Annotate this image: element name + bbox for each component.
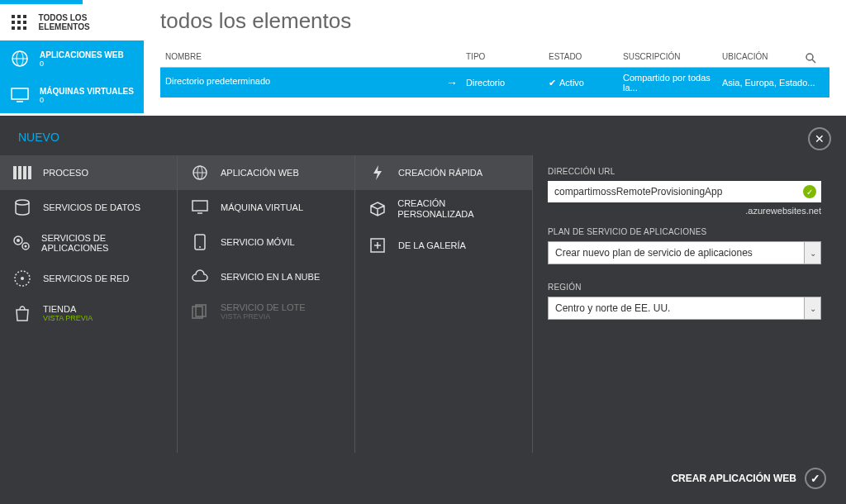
- menu-label: CREACIÓN RÁPIDA: [398, 168, 482, 178]
- svg-point-33: [199, 246, 201, 248]
- svg-rect-18: [23, 166, 26, 179]
- bag-icon: [12, 304, 33, 322]
- menu-label: SERVICIOS DE APLICACIONES: [41, 233, 165, 253]
- table-header: NOMBRE TIPO ESTADO SUSCRIPCIÓN UBICACIÓN: [160, 49, 829, 68]
- svg-rect-0: [12, 15, 15, 18]
- new-modal: NUEVO ✕ PROCESO SERVICIOS DE DATOS SERVI…: [0, 116, 846, 504]
- preview-badge: VISTA PREVIA: [43, 314, 93, 322]
- create-button[interactable]: CREAR APLICACIÓN WEB ✓: [671, 468, 826, 489]
- monitor-icon: [189, 198, 211, 216]
- menu-label: SERVICIO MÓVIL: [221, 237, 295, 247]
- sidebar-item-count: 0: [40, 59, 124, 68]
- menu-label: SERVICIOS DE RED: [43, 273, 129, 283]
- svg-point-22: [17, 239, 20, 242]
- menu-label: MÁQUINA VIRTUAL: [221, 202, 303, 212]
- sidebar-item-all[interactable]: TODOS LOS ELEMENTOS: [0, 4, 144, 40]
- service-column: APLICACIÓN WEB MÁQUINA VIRTUAL SERVICIO …: [178, 155, 355, 453]
- action-column: CREACIÓN RÁPIDA CREACIÓN PERSONALIZADA D…: [355, 155, 533, 453]
- check-circle-icon: ✓: [803, 185, 816, 198]
- col-header-type[interactable]: TIPO: [466, 52, 549, 64]
- category-data[interactable]: SERVICIOS DE DATOS: [0, 190, 177, 225]
- chevron-down-icon[interactable]: ⌄: [805, 241, 821, 264]
- plan-label: PLAN DE SERVICIO DE APLICACIONES: [548, 227, 821, 236]
- sidebar-item-vms[interactable]: MÁQUINAS VIRTUALES 0: [0, 77, 144, 113]
- plan-select[interactable]: Crear nuevo plan de servicio de aplicaci…: [548, 241, 805, 264]
- url-input[interactable]: [548, 181, 821, 202]
- svg-point-24: [25, 245, 27, 248]
- svg-rect-17: [18, 166, 21, 179]
- svg-rect-2: [23, 15, 26, 18]
- category-column: PROCESO SERVICIOS DE DATOS SERVICIOS DE …: [0, 155, 178, 453]
- cloud-gear-icon: [189, 268, 211, 286]
- search-icon[interactable]: [805, 52, 829, 64]
- grid-icon: [8, 11, 31, 34]
- check-icon: ✓: [805, 468, 826, 489]
- row-subscription: Compartido por todas la...: [623, 73, 722, 93]
- sidebar-item-label: APLICACIONES WEB: [40, 50, 124, 59]
- col-header-name[interactable]: NOMBRE: [160, 52, 466, 64]
- mobile-icon: [189, 233, 211, 251]
- preview-badge: VISTA PREVIA: [221, 312, 306, 321]
- create-label: CREAR APLICACIÓN WEB: [671, 473, 796, 484]
- category-network[interactable]: SERVICIOS DE RED: [0, 261, 177, 296]
- menu-label: CREACIÓN PERSONALIZADA: [397, 198, 520, 220]
- menu-label: SERVICIO DE LOTE: [221, 302, 306, 312]
- svg-rect-12: [12, 88, 28, 99]
- url-suffix: .azurewebsites.net: [548, 206, 821, 216]
- svg-point-14: [806, 54, 813, 60]
- service-cloud[interactable]: SERVICIO EN LA NUBE: [178, 259, 354, 294]
- arrow-right-icon[interactable]: →: [446, 76, 458, 89]
- sidebar-item-webapps[interactable]: APLICACIONES WEB 0: [0, 40, 144, 77]
- box-icon: [367, 200, 387, 218]
- main-content: todos los elementos NOMBRE TIPO ESTADO S…: [144, 0, 846, 116]
- service-batch[interactable]: SERVICIO DE LOTE VISTA PREVIA: [178, 294, 354, 329]
- svg-rect-30: [192, 201, 207, 211]
- col-header-subscription[interactable]: SUSCRIPCIÓN: [623, 52, 722, 64]
- row-name: Directorio predeterminado: [165, 76, 270, 89]
- col-header-location[interactable]: UBICACIÓN: [722, 52, 805, 64]
- menu-label: PROCESO: [43, 168, 88, 178]
- url-label: DIRECCIÓN URL: [548, 167, 821, 176]
- menu-label: TIENDA: [43, 304, 93, 314]
- batch-icon: [189, 302, 211, 321]
- lightning-icon: [367, 164, 388, 182]
- svg-rect-19: [28, 166, 31, 179]
- row-status: Activo: [559, 78, 584, 88]
- globe-icon: [8, 47, 31, 70]
- globe-icon: [189, 164, 211, 182]
- page-title: todos los elementos: [160, 8, 829, 34]
- table-row[interactable]: Directorio predeterminado → Directorio ✔…: [160, 68, 829, 97]
- svg-rect-6: [12, 26, 15, 30]
- sidebar-item-label: MÁQUINAS VIRTUALES: [40, 87, 134, 96]
- category-compute[interactable]: PROCESO: [0, 155, 177, 190]
- service-vm[interactable]: MÁQUINA VIRTUAL: [178, 190, 354, 225]
- service-webapp[interactable]: APLICACIÓN WEB: [178, 155, 354, 190]
- svg-rect-7: [17, 26, 21, 30]
- region-select[interactable]: Centro y norte de EE. UU.: [548, 297, 805, 320]
- category-store[interactable]: TIENDA VISTA PREVIA: [0, 296, 177, 330]
- form-panel: DIRECCIÓN URL ✓ .azurewebsites.net PLAN …: [533, 155, 846, 453]
- network-icon: [12, 269, 33, 288]
- svg-rect-1: [17, 15, 21, 18]
- database-icon: [12, 198, 33, 216]
- row-type: Directorio: [466, 78, 549, 88]
- sidebar-item-label: TODOS LOS ELEMENTOS: [39, 13, 135, 31]
- gears-icon: [12, 234, 31, 252]
- row-location: Asia, Europa, Estado...: [722, 78, 829, 88]
- svg-line-15: [812, 59, 815, 63]
- menu-label: DE LA GALERÍA: [398, 240, 466, 250]
- sidebar-item-count: 0: [40, 96, 134, 104]
- svg-rect-5: [23, 21, 26, 24]
- modal-title: NUEVO: [0, 116, 846, 155]
- svg-rect-8: [23, 26, 26, 30]
- chevron-down-icon[interactable]: ⌄: [805, 297, 821, 320]
- service-mobile[interactable]: SERVICIO MÓVIL: [178, 225, 354, 259]
- action-gallery[interactable]: DE LA GALERÍA: [355, 228, 532, 263]
- category-appservices[interactable]: SERVICIOS DE APLICACIONES: [0, 225, 177, 261]
- action-customcreate[interactable]: CREACIÓN PERSONALIZADA: [355, 190, 532, 228]
- action-quickcreate[interactable]: CREACIÓN RÁPIDA: [355, 155, 532, 190]
- svg-rect-3: [12, 21, 15, 24]
- close-button[interactable]: ✕: [808, 127, 831, 150]
- col-header-status[interactable]: ESTADO: [549, 52, 623, 64]
- svg-rect-4: [17, 21, 21, 24]
